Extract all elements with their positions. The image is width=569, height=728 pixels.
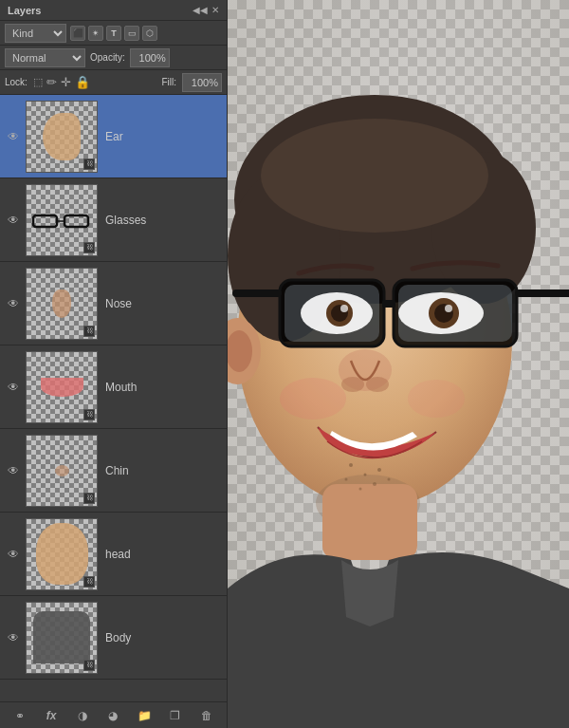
opacity-label: Opacity: <box>90 52 125 63</box>
lock-pixels-icon[interactable]: ⬚ <box>33 76 43 88</box>
svg-point-25 <box>349 463 353 467</box>
layer-thumb-head: ⛓ <box>26 518 98 590</box>
layer-thumb-ear: ⛓ <box>26 101 98 173</box>
layer-name-chin: Chin <box>105 464 222 477</box>
panel-header-icons: ◀◀ ✕ <box>193 5 219 15</box>
svg-point-22 <box>408 380 465 418</box>
adjustment-button[interactable]: ◕ <box>103 706 122 725</box>
collapse-icon[interactable]: ◀◀ <box>193 5 208 15</box>
layer-thumb-glasses: ⛓ <box>26 184 98 256</box>
type-filter-icon[interactable]: T <box>106 26 121 41</box>
svg-point-39 <box>445 305 452 312</box>
filter-kind-select[interactable]: Kind <box>5 24 66 43</box>
opacity-input[interactable] <box>130 48 170 67</box>
layer-item-nose[interactable]: 👁 ⛓ Nose <box>0 262 227 345</box>
thumb-link-icon-mouth: ⛓ <box>83 409 95 420</box>
fill-label: Fill: <box>161 77 176 87</box>
svg-point-20 <box>366 377 389 392</box>
svg-rect-1 <box>64 215 88 227</box>
thumb-link-icon-ear: ⛓ <box>83 159 95 170</box>
link-layers-button[interactable]: ⚭ <box>10 706 29 725</box>
layers-toolbar: ⚭ fx ◑ ◕ 📁 ❐ 🗑 <box>0 701 227 728</box>
visibility-eye-glasses[interactable]: 👁 <box>5 214 22 227</box>
svg-rect-16 <box>232 289 282 297</box>
close-icon[interactable]: ✕ <box>211 5 219 15</box>
svg-point-30 <box>388 478 391 481</box>
svg-rect-15 <box>382 300 395 308</box>
visibility-eye-ear[interactable]: 👁 <box>5 130 22 143</box>
visibility-eye-body[interactable]: 👁 <box>5 631 22 644</box>
blend-mode-select[interactable]: Normal Dissolve Multiply Screen Overlay <box>5 48 85 67</box>
visibility-eye-nose[interactable]: 👁 <box>5 297 22 310</box>
layer-item-head[interactable]: 👁 ⛓ head <box>0 513 227 596</box>
smart-filter-icon[interactable]: ⬡ <box>142 26 157 41</box>
layer-item-chin[interactable]: 👁 ⛓ Chin <box>0 429 227 513</box>
layer-item-glasses[interactable]: 👁 ⛓ Glasses <box>0 178 227 262</box>
lock-move-icon[interactable]: ✏ <box>46 75 57 89</box>
svg-point-27 <box>377 468 381 472</box>
thumb-link-icon-head: ⛓ <box>83 576 95 588</box>
layer-name-body: Body <box>105 631 222 644</box>
panel-title: Layers <box>8 5 41 16</box>
layers-panel: Layers ◀◀ ✕ Kind ⬛ ✴ T ▭ ⬡ Normal Dissol… <box>0 0 228 728</box>
layer-item-mouth[interactable]: 👁 ⛓ Mouth <box>0 345 227 429</box>
thumb-link-icon-glasses: ⛓ <box>83 242 95 253</box>
lock-position-icon[interactable]: ✛ <box>61 75 71 89</box>
layer-thumb-chin: ⛓ <box>26 435 98 507</box>
fill-input[interactable] <box>182 73 222 92</box>
layers-list: 👁 ⛓ Ear 👁 ⛓ <box>0 95 227 701</box>
lock-row: Lock: ⬚ ✏ ✛ 🔒 Fill: <box>0 70 227 95</box>
svg-point-26 <box>364 474 367 476</box>
panel-header: Layers ◀◀ ✕ <box>0 0 227 21</box>
svg-point-19 <box>341 377 364 392</box>
fx-button[interactable]: fx <box>42 706 61 725</box>
layer-thumb-mouth: ⛓ <box>26 351 98 423</box>
visibility-eye-mouth[interactable]: 👁 <box>5 381 22 394</box>
layer-item-ear[interactable]: 👁 ⛓ Ear <box>0 95 227 178</box>
visibility-eye-head[interactable]: 👁 <box>5 548 22 561</box>
layer-name-glasses: Glasses <box>105 214 222 227</box>
photo-area <box>228 0 569 728</box>
thumb-link-icon-body: ⛓ <box>83 660 95 671</box>
lock-label: Lock: <box>5 77 28 87</box>
svg-point-8 <box>261 119 488 233</box>
filter-row: Kind ⬛ ✴ T ▭ ⬡ <box>0 21 227 46</box>
svg-rect-17 <box>515 289 569 297</box>
visibility-eye-chin[interactable]: 👁 <box>5 464 22 477</box>
layer-name-nose: Nose <box>105 297 222 310</box>
svg-point-21 <box>280 378 346 420</box>
lock-icons: ⬚ ✏ ✛ 🔒 <box>33 75 90 89</box>
new-group-button[interactable]: 📁 <box>135 706 154 725</box>
svg-point-29 <box>373 482 376 486</box>
lock-all-icon[interactable]: 🔒 <box>75 75 90 89</box>
layer-thumb-nose: ⛓ <box>26 268 98 340</box>
filter-icons: ⬛ ✴ T ▭ ⬡ <box>70 26 157 41</box>
svg-point-31 <box>345 478 348 481</box>
add-mask-button[interactable]: ◑ <box>73 706 92 725</box>
layer-name-ear: Ear <box>105 130 222 143</box>
svg-rect-24 <box>322 484 417 560</box>
layer-name-mouth: Mouth <box>105 381 222 394</box>
svg-point-28 <box>359 488 362 491</box>
blend-mode-row: Normal Dissolve Multiply Screen Overlay … <box>0 46 227 70</box>
layer-name-head: head <box>105 548 222 561</box>
delete-layer-button[interactable]: 🗑 <box>197 706 216 725</box>
thumb-link-icon-chin: ⛓ <box>83 493 95 504</box>
new-layer-button[interactable]: ❐ <box>166 706 185 725</box>
layer-thumb-body: ⛓ <box>26 602 98 674</box>
thumb-link-icon-nose: ⛓ <box>83 326 95 337</box>
face-photo <box>228 0 569 728</box>
pixel-filter-icon[interactable]: ⬛ <box>70 26 85 41</box>
adjustment-filter-icon[interactable]: ✴ <box>88 26 103 41</box>
svg-rect-0 <box>33 215 57 227</box>
svg-point-38 <box>340 305 348 312</box>
shape-filter-icon[interactable]: ▭ <box>124 26 139 41</box>
layer-item-body[interactable]: 👁 ⛓ Body <box>0 596 227 680</box>
